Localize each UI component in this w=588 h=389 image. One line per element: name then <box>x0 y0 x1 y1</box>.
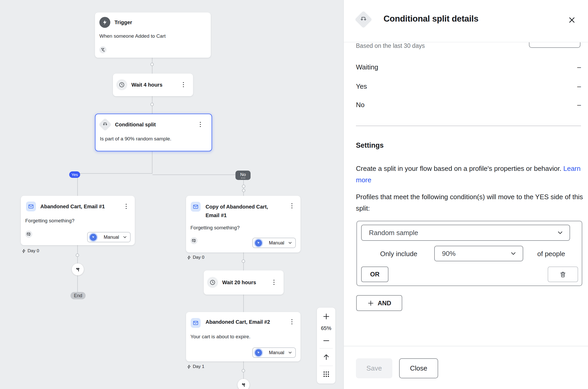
stat-row-yes: Yes – <box>356 82 581 90</box>
branch-line-no <box>152 174 244 175</box>
close-button[interactable]: Close <box>399 358 438 378</box>
ellipsis-dots <box>241 178 245 178</box>
footer-divider <box>344 346 588 346</box>
stat-value: – <box>577 82 581 90</box>
stat-value: – <box>577 101 581 109</box>
conditional-split-details-panel: Conditional split details Based on the l… <box>343 0 588 389</box>
kebab-menu[interactable] <box>272 279 276 285</box>
connector-dot <box>242 185 245 188</box>
end-label: End <box>71 292 86 299</box>
chevron-down-icon <box>510 250 516 257</box>
trigger-node[interactable]: Trigger When someone Added to Cart <box>95 12 211 58</box>
mail-check-icon <box>190 237 197 244</box>
condition-type-select[interactable]: Random sample <box>361 225 570 241</box>
email-1-node[interactable]: Abandoned Cart, Email #1 Forgetting some… <box>21 196 135 245</box>
mail-check-icon <box>25 231 32 238</box>
split-body: Is part of a 90% random sample. <box>100 136 171 142</box>
email-copy-body: Forgetting something? <box>190 225 240 231</box>
day-tag: Day 1 <box>187 364 204 369</box>
branch-up-icon[interactable] <box>72 263 84 275</box>
percent-select[interactable]: 90% <box>434 246 523 261</box>
branch-label-yes: Yes <box>69 171 80 178</box>
branch-up-icon[interactable] <box>238 379 250 389</box>
trigger-title: Trigger <box>114 19 132 26</box>
day-tag: Day 0 <box>187 255 204 260</box>
flow-canvas[interactable]: Trigger When someone Added to Cart Wait … <box>0 0 343 389</box>
stat-label: No <box>356 101 365 109</box>
kebab-menu[interactable] <box>290 319 294 325</box>
connector-dot <box>150 103 154 106</box>
condition-intro: Profiles that meet the following conditi… <box>356 191 586 214</box>
connector-line <box>77 275 78 292</box>
email-2-title: Abandoned Cart, Email #2 <box>206 319 270 325</box>
stat-value: – <box>577 63 581 71</box>
stat-row-waiting: Waiting – <box>356 63 581 71</box>
wait-4-title: Wait 4 hours <box>131 81 162 88</box>
trash-icon <box>559 271 566 278</box>
plus-icon <box>322 313 330 320</box>
arrow-up-icon <box>322 353 330 361</box>
connector-dot <box>242 369 245 372</box>
delete-condition-button[interactable] <box>548 267 578 282</box>
divider <box>319 348 333 349</box>
email-2-node[interactable]: Abandoned Cart, Email #2 Your cart is ab… <box>186 312 301 361</box>
analytics-range-button[interactable] <box>529 42 580 48</box>
clock-icon <box>207 277 218 288</box>
email-1-status-dropdown[interactable]: Manual <box>87 232 131 242</box>
cursor-icon <box>255 349 262 356</box>
zoom-in-button[interactable] <box>317 311 335 322</box>
of-people-label: of people <box>537 250 565 258</box>
clock-icon <box>116 79 127 90</box>
based-on-label: Based on the last 30 days <box>356 42 425 49</box>
conditional-split-node[interactable]: Conditional split Is part of a 90% rando… <box>95 114 212 151</box>
cursor-icon <box>90 234 97 241</box>
status-badge: Manual <box>100 235 123 240</box>
minus-icon <box>322 337 330 345</box>
funnel-user-icon <box>99 46 106 53</box>
day-tag: Day 0 <box>22 248 39 254</box>
save-button[interactable]: Save <box>356 358 392 378</box>
page-title: Conditional split details <box>384 14 478 24</box>
branch-label-no: No <box>235 171 251 180</box>
wait-4-hours-node[interactable]: Wait 4 hours <box>113 74 193 96</box>
connector-dot <box>242 260 245 263</box>
wait-20-title: Wait 20 hours <box>222 279 256 286</box>
email-copy-node[interactable]: Copy of Abandoned Cart, Email #1 Forgett… <box>186 196 301 252</box>
cursor-icon <box>255 239 262 247</box>
minimap-button[interactable] <box>317 368 335 380</box>
settings-heading: Settings <box>356 141 384 150</box>
kebab-menu[interactable] <box>181 81 186 88</box>
kebab-menu[interactable] <box>198 121 203 127</box>
or-button[interactable]: OR <box>361 267 388 282</box>
add-and-condition-button[interactable]: AND <box>356 295 402 311</box>
lightning-icon <box>99 17 110 28</box>
zoom-toolbar: 65% <box>317 308 335 384</box>
zoom-out-button[interactable] <box>317 335 335 346</box>
zoom-level: 65% <box>317 325 335 331</box>
email-2-status-dropdown[interactable]: Manual <box>252 347 296 358</box>
condition-group: Random sample Only include 90% of people… <box>356 221 582 286</box>
close-icon[interactable] <box>566 15 577 25</box>
status-badge: Manual <box>265 350 288 355</box>
kebab-menu[interactable] <box>124 203 129 209</box>
stat-label: Waiting <box>356 63 378 71</box>
connector-dot <box>242 189 245 192</box>
email-copy-title: Copy of Abandoned Cart, Email #1 <box>206 203 276 220</box>
connector-dot <box>76 254 79 257</box>
settings-description: Create a split in your flow based on a p… <box>356 163 586 186</box>
lightning-icon <box>187 255 191 260</box>
lightning-icon <box>22 249 26 253</box>
email-copy-status-dropdown[interactable]: Manual <box>252 238 296 248</box>
mail-icon <box>191 202 201 212</box>
kebab-menu[interactable] <box>290 203 294 209</box>
plus-icon <box>367 300 374 307</box>
branch-line-yes <box>78 173 152 174</box>
split-title: Conditional split <box>115 121 156 128</box>
wait-20-hours-node[interactable]: Wait 20 hours <box>204 270 284 295</box>
grid-dots-icon <box>323 371 330 378</box>
scroll-to-top-button[interactable] <box>317 351 335 363</box>
status-badge: Manual <box>265 240 288 246</box>
connector-line <box>243 295 244 312</box>
stat-label: Yes <box>356 82 367 90</box>
stat-row-no: No – <box>356 101 581 109</box>
